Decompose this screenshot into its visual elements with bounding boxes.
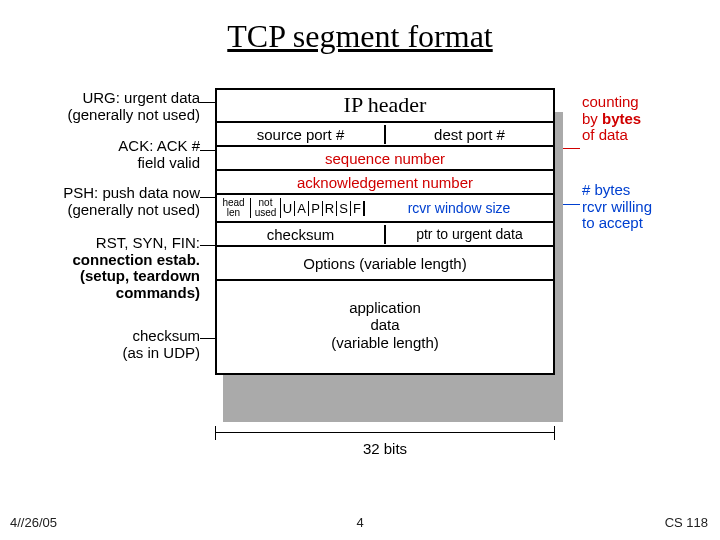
note-rst-l2: connection estab. — [72, 251, 200, 268]
note-bytes-l1: # bytes — [582, 181, 630, 198]
row-options: Options (variable length) — [215, 247, 555, 281]
cell-dest-port: dest port # — [386, 125, 553, 144]
flag-ack: A — [295, 201, 309, 216]
flag-urg: U — [281, 201, 295, 216]
note-counting-l2pre: by — [582, 110, 602, 127]
cell-head-len: headlen — [217, 198, 251, 218]
note-rst: RST, SYN, FIN: connection estab. (setup,… — [0, 235, 200, 301]
note-urg: URG: urgent data (generally not used) — [0, 90, 200, 123]
note-psh: PSH: push data now (generally not used) — [0, 185, 200, 218]
note-counting-l3: of data — [582, 126, 628, 143]
diagram-stage: URG: urgent data (generally not used) AC… — [0, 80, 720, 500]
note-rst-l1: RST, SYN, FIN: — [96, 234, 200, 251]
note-urg-l1: URG: urgent data — [82, 89, 200, 106]
note-checksum: checksum (as in UDP) — [0, 328, 200, 361]
note-bytes-l2: rcvr willing — [582, 198, 652, 215]
note-ack-l1: ACK: ACK # — [118, 137, 200, 154]
flag-fin: F — [351, 201, 365, 216]
cell-options: Options (variable length) — [217, 254, 553, 273]
cell-checksum: checksum — [217, 225, 386, 244]
flag-psh: P — [309, 201, 323, 216]
row-ack: acknowledgement number — [215, 171, 555, 195]
width-marker: 32 bits — [215, 426, 555, 457]
note-psh-l1: PSH: push data now — [63, 184, 200, 201]
note-counting-l1: counting — [582, 93, 639, 110]
tcp-segment-diagram: IP header source port # dest port # sequ… — [215, 88, 555, 375]
note-counting-l2b: bytes — [602, 110, 641, 127]
row-sequence: sequence number — [215, 147, 555, 171]
cell-source-port: source port # — [217, 125, 386, 144]
row-checksum-urg: checksum ptr to urgent data — [215, 223, 555, 247]
note-psh-l2: (generally not used) — [67, 201, 200, 218]
note-rst-l3: (setup, teardown — [80, 267, 200, 284]
note-checksum-l2: (as in UDP) — [122, 344, 200, 361]
page-title: TCP segment format — [0, 18, 720, 55]
footer-date: 4//26/05 — [10, 515, 57, 530]
app-data-l1: application — [349, 299, 421, 316]
cell-not-used: notused — [251, 198, 281, 218]
cell-urg-ptr: ptr to urgent data — [386, 225, 553, 243]
note-bytes: # bytes rcvr willing to accept — [582, 182, 702, 232]
app-data-l3: (variable length) — [331, 334, 439, 351]
note-ack: ACK: ACK # field valid — [0, 138, 200, 171]
cell-rcvr-window: rcvr window size — [365, 199, 553, 217]
cell-sequence-number: sequence number — [217, 149, 553, 168]
cell-ack-number: acknowledgement number — [217, 173, 553, 192]
note-rst-l4: commands) — [116, 284, 200, 301]
row-app-data: application data (variable length) — [215, 281, 555, 375]
width-label: 32 bits — [215, 440, 555, 457]
note-bytes-l3: to accept — [582, 214, 643, 231]
flag-syn: S — [337, 201, 351, 216]
note-ack-l2: field valid — [137, 154, 200, 171]
row-ip-header: IP header — [215, 88, 555, 123]
app-data-l2: data — [370, 316, 399, 333]
note-counting: counting by bytes of data — [582, 94, 702, 144]
width-arrow — [215, 426, 555, 440]
row-ports: source port # dest port # — [215, 123, 555, 147]
flag-rst: R — [323, 201, 337, 216]
note-urg-l2: (generally not used) — [67, 106, 200, 123]
footer-course: CS 118 — [665, 515, 708, 530]
note-checksum-l1: checksum — [132, 327, 200, 344]
footer-page: 4 — [356, 515, 363, 530]
row-flags: headlen notused U A P R S F rcvr window … — [215, 195, 555, 223]
